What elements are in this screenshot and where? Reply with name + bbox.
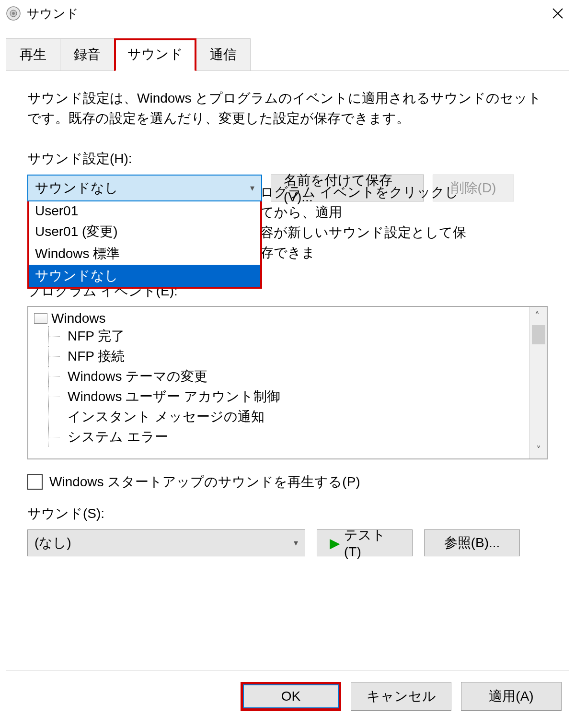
scroll-up-icon[interactable]: ˄ (532, 307, 545, 324)
scheme-option[interactable]: User01 (変更) (29, 221, 260, 243)
tab-playback[interactable]: 再生 (6, 38, 60, 71)
titlebar: サウンド (0, 0, 575, 27)
startup-sound-checkbox[interactable] (27, 474, 43, 490)
close-icon (552, 8, 564, 19)
browse-button[interactable]: 参照(B)... (424, 529, 520, 556)
scroll-thumb[interactable] (532, 325, 545, 344)
speaker-icon (6, 6, 21, 21)
apply-button[interactable]: 適用(A) (461, 682, 562, 711)
sound-file-combobox[interactable]: (なし) ▾ (27, 529, 305, 556)
program-events-list[interactable]: Windows NFP 完了 NFP 接続 Windows テーマの変更 Win… (27, 306, 548, 459)
startup-sound-label: Windows スタートアップのサウンドを再生する(P) (49, 473, 360, 491)
chevron-down-icon: ▾ (294, 538, 298, 548)
dialog-buttons: OK キャンセル 適用(A) (0, 670, 575, 728)
svg-point-2 (12, 12, 15, 15)
cancel-button[interactable]: キャンセル (351, 682, 451, 711)
tab-content: サウンド設定は、Windows とプログラムのイベントに適用されるサウンドのセッ… (6, 70, 569, 670)
startup-sound-checkbox-row[interactable]: Windows スタートアップのサウンドを再生する(P) (27, 473, 548, 491)
scroll-down-icon[interactable]: ˅ (533, 441, 544, 458)
event-item[interactable]: Windows ユーザー アカウント制御 (34, 387, 524, 407)
tab-recording[interactable]: 録音 (60, 38, 115, 71)
description-text: サウンド設定は、Windows とプログラムのイベントに適用されるサウンドのセッ… (27, 88, 548, 129)
chevron-down-icon: ▾ (250, 183, 254, 193)
ok-highlight-wrap: OK (241, 682, 341, 711)
sound-file-value: (なし) (34, 534, 71, 552)
tab-sounds[interactable]: サウンド (114, 38, 196, 71)
events-scrollbar[interactable]: ˄ ˅ (529, 307, 547, 458)
close-button[interactable] (546, 2, 569, 25)
event-item[interactable]: NFP 完了 (34, 326, 524, 346)
scheme-label: サウンド設定(H): (27, 150, 548, 168)
event-item[interactable]: インスタント メッセージの通知 (34, 407, 524, 427)
scheme-option-selected[interactable]: サウンドなし (29, 265, 260, 287)
event-item[interactable]: NFP 接続 (34, 346, 524, 366)
tab-communications[interactable]: 通信 (196, 38, 251, 71)
scheme-dropdown: User01 User01 (変更) Windows 標準 サウンドなし (27, 201, 262, 289)
sound-dialog: サウンド 再生 録音 サウンド 通信 サウンド設定は、Windows とプログラ… (0, 0, 575, 728)
test-button[interactable]: ▶ テスト(T) (317, 529, 413, 556)
sound-label: サウンド(S): (27, 505, 548, 523)
ok-button[interactable]: OK (243, 684, 339, 708)
scheme-selected-value: サウンドなし (35, 179, 118, 197)
event-item[interactable]: システム エラー (34, 427, 524, 447)
window-title: サウンド (27, 5, 546, 22)
window-icon (34, 313, 47, 324)
partial-help-text: ログラム イベントをクリックしてから、適用 容が新しいサウンド設定として保存でき… (260, 182, 471, 263)
event-item[interactable]: Windows テーマの変更 (34, 366, 524, 387)
scheme-option[interactable]: User01 (29, 201, 260, 221)
play-icon: ▶ (330, 535, 340, 551)
sound-scheme-combobox[interactable]: サウンドなし ▾ (27, 175, 262, 201)
events-root-item[interactable]: Windows (34, 311, 524, 326)
tab-bar: 再生 録音 サウンド 通信 (6, 38, 575, 71)
scheme-option[interactable]: Windows 標準 (29, 243, 260, 265)
